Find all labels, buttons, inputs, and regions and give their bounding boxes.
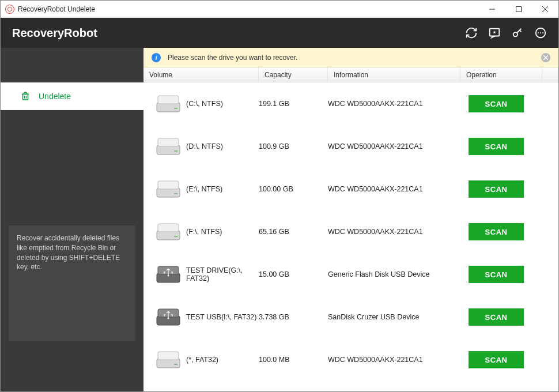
trash-icon (20, 91, 31, 101)
hdd-drive-icon (155, 179, 182, 199)
more-icon[interactable] (533, 25, 548, 40)
col-operation[interactable]: Operation (460, 67, 542, 82)
hdd-drive-icon (155, 136, 182, 157)
drive-name: (F:\, NTFS) (186, 228, 259, 236)
drive-row[interactable]: (F:\, NTFS)65.16 GBWDC WD5000AAKX-221CA1… (143, 210, 558, 253)
app-header: RecoveryRobot (1, 18, 558, 48)
hdd-drive-icon (155, 349, 182, 370)
brand-label: RecoveryRobot (12, 27, 97, 40)
sidebar-item-undelete[interactable]: Undelete (1, 82, 143, 110)
drive-info: WDC WD5000AAKX-221CA1 (328, 100, 460, 108)
feedback-icon[interactable] (487, 25, 502, 40)
drive-list: (C:\, NTFS)199.1 GBWDC WD5000AAKX-221CA1… (143, 82, 558, 391)
drive-capacity: 199.1 GB (259, 100, 328, 108)
svg-rect-10 (23, 94, 28, 100)
sidebar-item-label: Undelete (39, 92, 71, 101)
drive-info: Generic Flash Disk USB Device (328, 270, 460, 278)
drive-name: (E:\, NTFS) (186, 185, 259, 193)
app-window: RecoveryRobot Undelete RecoveryRobot (0, 0, 559, 392)
drive-row[interactable]: TEST DRIVE(G:\, FAT32)15.00 GBGeneric Fl… (143, 253, 558, 296)
drive-capacity: 3.738 GB (259, 313, 328, 321)
scan-button[interactable]: SCAN (469, 180, 524, 198)
main-panel: i Please scan the drive you want to reco… (143, 48, 558, 391)
drive-capacity: 100.00 GB (259, 185, 328, 193)
hdd-drive-icon (155, 221, 182, 242)
drive-name: TEST DRIVE(G:\, FAT32) (186, 266, 259, 282)
drive-capacity: 65.16 GB (259, 228, 328, 236)
title-bar: RecoveryRobot Undelete (1, 1, 558, 18)
col-volume[interactable]: Volume (143, 67, 259, 82)
drive-name: (*, FAT32) (186, 356, 259, 364)
usb-drive-icon (155, 307, 182, 327)
window-close-button[interactable] (532, 1, 558, 18)
scan-button[interactable]: SCAN (469, 351, 524, 368)
drive-row[interactable]: (E:\, NTFS)100.00 GBWDC WD5000AAKX-221CA… (143, 168, 558, 210)
drive-row[interactable]: (C:\, NTFS)199.1 GBWDC WD5000AAKX-221CA1… (143, 82, 558, 125)
drive-row[interactable]: (*, FAT32)100.0 MBWDC WD5000AAKX-221CA1S… (143, 338, 558, 381)
col-capacity[interactable]: Capacity (259, 67, 328, 82)
sidebar: Undelete Recover accidentally deleted fi… (1, 48, 143, 391)
drive-name: (C:\, NTFS) (186, 100, 259, 108)
scan-button[interactable]: SCAN (469, 308, 524, 326)
window-minimize-button[interactable] (479, 1, 505, 18)
notice-close-button[interactable] (541, 53, 550, 62)
notice-bar: i Please scan the drive you want to reco… (143, 48, 558, 67)
drive-name: TEST USB(I:\, FAT32) (186, 313, 259, 321)
drive-info: WDC WD5000AAKX-221CA1 (328, 228, 460, 236)
svg-point-5 (513, 32, 518, 36)
svg-point-8 (540, 32, 541, 33)
drive-row[interactable]: TEST USB(I:\, FAT32)3.738 GBSanDisk Cruz… (143, 296, 558, 338)
drive-name: (D:\, NTFS) (186, 142, 259, 150)
column-header: Volume Capacity Information Operation (143, 67, 558, 82)
svg-point-9 (542, 32, 543, 33)
app-icon (5, 5, 14, 14)
drive-capacity: 100.9 GB (259, 142, 328, 150)
drive-row[interactable]: (D:\, NTFS)100.9 GBWDC WD5000AAKX-221CA1… (143, 125, 558, 168)
key-icon[interactable] (510, 25, 525, 40)
drive-info: WDC WD5000AAKX-221CA1 (328, 356, 460, 364)
info-icon: i (152, 53, 161, 62)
svg-point-7 (538, 32, 539, 33)
drive-info: WDC WD5000AAKX-221CA1 (328, 142, 460, 150)
hdd-drive-icon (155, 93, 182, 114)
scan-button[interactable]: SCAN (469, 266, 524, 283)
drive-info: WDC WD5000AAKX-221CA1 (328, 185, 460, 193)
refresh-icon[interactable] (464, 25, 479, 40)
sidebar-description: Recover accidentally deleted files like … (9, 225, 135, 341)
scan-button[interactable]: SCAN (469, 138, 524, 155)
scan-button[interactable]: SCAN (469, 223, 524, 240)
notice-text: Please scan the drive you want to recove… (168, 54, 297, 62)
drive-capacity: 100.0 MB (259, 356, 328, 364)
drive-capacity: 15.00 GB (259, 270, 328, 278)
svg-rect-1 (516, 6, 522, 12)
window-title: RecoveryRobot Undelete (18, 5, 95, 13)
drive-info: SanDisk Cruzer USB Device (328, 313, 460, 321)
usb-drive-icon (155, 264, 182, 285)
scan-button[interactable]: SCAN (469, 95, 524, 112)
col-information[interactable]: Information (328, 67, 460, 82)
window-maximize-button[interactable] (505, 1, 532, 18)
